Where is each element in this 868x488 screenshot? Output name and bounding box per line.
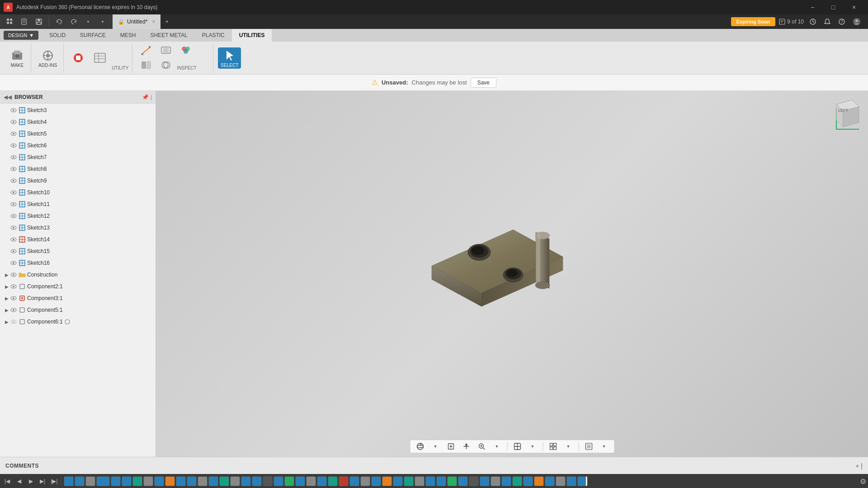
display-settings-button[interactable]: [157, 44, 175, 57]
visibility-icon[interactable]: [10, 295, 17, 302]
visibility-icon[interactable]: [10, 201, 17, 208]
tl-item[interactable]: [458, 476, 468, 486]
clock-icon[interactable]: [807, 18, 818, 25]
tl-item[interactable]: [545, 476, 555, 486]
tl-item[interactable]: [132, 476, 142, 486]
tl-item[interactable]: [187, 476, 197, 486]
tl-item[interactable]: [122, 476, 132, 486]
tab-add-button[interactable]: +: [160, 14, 173, 29]
visibility-icon[interactable]: [10, 212, 17, 220]
tree-item[interactable]: Sketch4: [0, 116, 156, 128]
tree-item[interactable]: Sketch5: [0, 128, 156, 140]
tl-item[interactable]: [274, 476, 283, 486]
save-button[interactable]: [33, 16, 45, 27]
tl-item[interactable]: [523, 476, 533, 486]
visibility-icon[interactable]: [10, 130, 17, 137]
tl-item[interactable]: [360, 476, 370, 486]
tl-item[interactable]: [295, 476, 305, 486]
expiring-button[interactable]: Expiring Soon: [731, 17, 776, 26]
tree-item[interactable]: Sketch16: [0, 257, 156, 269]
pan-button[interactable]: [460, 441, 472, 452]
tl-item[interactable]: [415, 476, 425, 486]
tl-item[interactable]: [208, 476, 218, 486]
tl-item[interactable]: [143, 476, 153, 486]
tl-item[interactable]: [328, 476, 338, 486]
redo-button[interactable]: [67, 16, 80, 27]
tree-item[interactable]: Sketch15: [0, 245, 156, 257]
tl-item[interactable]: [306, 476, 316, 486]
tl-item[interactable]: [491, 476, 500, 486]
tl-item[interactable]: [85, 476, 95, 486]
view-settings-button[interactable]: [582, 441, 595, 452]
tree-item[interactable]: Sketch8: [0, 163, 156, 175]
visibility-icon[interactable]: [10, 118, 17, 126]
visibility-icon[interactable]: [10, 177, 17, 184]
visibility-icon[interactable]: [10, 236, 17, 243]
browser-expand-icon[interactable]: |: [151, 94, 152, 100]
timeline-prev-button[interactable]: ◀: [14, 476, 24, 487]
orbit-arrow[interactable]: ▼: [429, 441, 442, 452]
tl-item[interactable]: [263, 476, 273, 486]
tl-item[interactable]: [219, 476, 229, 486]
timeline-last-button[interactable]: |▶|: [49, 476, 60, 487]
tl-item[interactable]: [501, 476, 511, 486]
tree-item-component2[interactable]: ▶ Component2:1: [0, 281, 156, 292]
grid-button[interactable]: [547, 441, 559, 452]
tl-item[interactable]: [75, 476, 85, 486]
tl-item[interactable]: [198, 476, 208, 486]
tl-item[interactable]: [339, 476, 349, 486]
tree-item[interactable]: Sketch9: [0, 175, 156, 187]
display-mode-button[interactable]: [511, 441, 524, 452]
save-button[interactable]: Save: [471, 78, 496, 88]
tree-item[interactable]: Sketch10: [0, 187, 156, 198]
tl-item[interactable]: [469, 476, 479, 486]
tl-item[interactable]: [556, 476, 566, 486]
measure-button[interactable]: [137, 44, 155, 57]
tl-item[interactable]: [480, 476, 490, 486]
tree-item-component5[interactable]: ▶ Component5:1: [0, 304, 156, 316]
tree-item[interactable]: Sketch6: [0, 140, 156, 151]
stop-button[interactable]: [68, 50, 88, 66]
add-ins-button[interactable]: ADD-INS: [36, 47, 60, 69]
tl-item[interactable]: [512, 476, 522, 486]
tl-item[interactable]: [64, 476, 74, 486]
tab-surface[interactable]: SURFACE: [73, 29, 113, 42]
visibility-icon[interactable]: [10, 248, 17, 255]
section-button[interactable]: [137, 59, 155, 71]
tl-item[interactable]: [176, 476, 186, 486]
comments-pin-icon[interactable]: |: [861, 462, 863, 469]
tl-item[interactable]: [577, 476, 587, 486]
tree-item-component3[interactable]: ▶ Component3:1: [0, 292, 156, 304]
tl-item[interactable]: [165, 476, 175, 486]
interference-button[interactable]: [157, 59, 175, 71]
minimize-button[interactable]: −: [802, 0, 823, 14]
tl-item[interactable]: [252, 476, 262, 486]
utility-table-button[interactable]: [90, 50, 110, 66]
zoom-button[interactable]: [475, 441, 488, 452]
timeline-play-button[interactable]: ▶: [25, 476, 36, 487]
tree-item[interactable]: Sketch3: [0, 104, 156, 116]
viewport[interactable]: LEFT ▼ ▼ ▼: [156, 91, 868, 457]
tl-item[interactable]: [404, 476, 414, 486]
tree-item[interactable]: Sketch13: [0, 222, 156, 234]
tl-item[interactable]: [436, 476, 446, 486]
undo-button[interactable]: [53, 16, 66, 27]
orbit-button[interactable]: [414, 441, 426, 452]
design-button[interactable]: DESIGN ▼: [4, 31, 38, 40]
tab-solid[interactable]: SOLID: [42, 29, 73, 42]
tree-item[interactable]: Sketch7: [0, 151, 156, 163]
tl-item[interactable]: [241, 476, 251, 486]
tree-item[interactable]: Sketch11: [0, 198, 156, 210]
timeline-next-button[interactable]: ▶|: [37, 476, 48, 487]
account-icon[interactable]: [851, 18, 863, 26]
maximize-button[interactable]: □: [823, 0, 844, 14]
fit-button[interactable]: [444, 441, 457, 452]
tl-item[interactable]: [111, 476, 121, 486]
visibility-icon[interactable]: [10, 189, 17, 196]
comments-add-icon[interactable]: +: [855, 462, 859, 469]
visibility-icon[interactable]: [10, 224, 17, 231]
visibility-icon[interactable]: [10, 306, 17, 314]
tree-item[interactable]: Sketch14: [0, 234, 156, 245]
tab-utilities[interactable]: UTILITIES: [232, 29, 272, 42]
redo-arrow[interactable]: ▼: [96, 16, 109, 27]
